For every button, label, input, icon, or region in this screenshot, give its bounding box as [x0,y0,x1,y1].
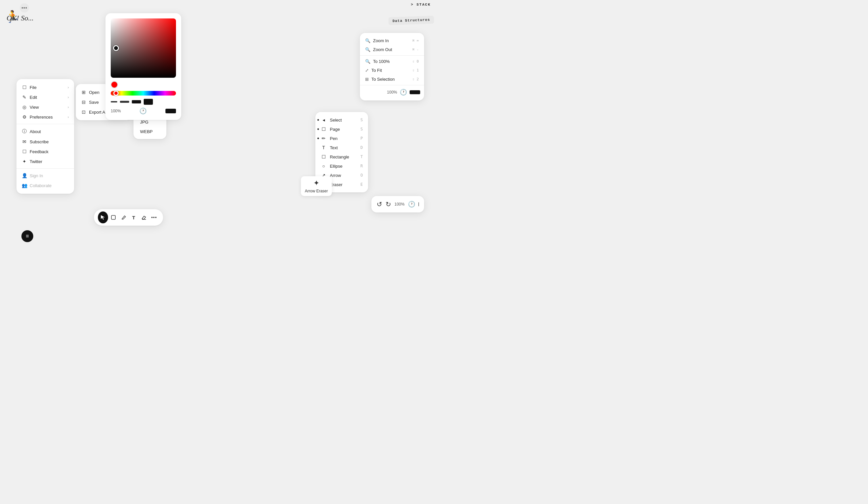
dots-button[interactable]: ••• [20,3,29,12]
menu-item-signin[interactable]: 👤 Sign In [17,171,74,180]
toolbar-page-btn[interactable] [108,211,118,223]
main-menu: ☐ File › ✎ Edit › ◎ View › ⚙ Preferences… [17,79,74,194]
color-zoom-label: 100% [111,109,121,113]
tool-text-label: Text [330,145,338,150]
tool-ellipse-shortcut: R [361,164,363,168]
zoom-black-rect [410,90,420,94]
zoom-item-out[interactable]: 🔍 Zoom Out ⌘ - [360,45,424,54]
swatch-thin[interactable] [111,101,117,103]
zoom-item-fit[interactable]: ⤢ To Fit ⇧ 1 [360,66,424,75]
zoom-100-shortcut: ⇧ 0 [412,59,419,64]
more-dots-icon: ••• [151,215,157,220]
preferences-icon: ⚙ [22,114,27,119]
open-icon: ⊞ [81,90,86,95]
zoom-100-label: To 100% [373,59,390,64]
color-gradient[interactable] [111,19,176,78]
menu-item-collaborate[interactable]: 👥 Collaborate [17,180,74,190]
swatch-med[interactable] [120,101,129,103]
zoom-item-selection[interactable]: ⊞ To Selection ⇧ 2 [360,75,424,84]
select-icon: ◂ [321,117,327,123]
submenu-label-export: Export As [89,110,107,115]
zoom-fit-shortcut: ⇧ 1 [412,68,419,73]
swatch-xl[interactable] [144,99,153,105]
tool-pen[interactable]: ✏ Pen P [316,134,368,143]
menu-item-edit[interactable]: ✎ Edit › [17,92,74,102]
about-icon: ⓘ [22,128,27,134]
menu-label-collaborate: Collaborate [30,183,52,188]
zoom-item-100[interactable]: 🔍 To 100% ⇧ 0 [360,57,424,66]
tool-page-shortcut: S [361,127,363,132]
menu-label-feedback: Feedback [30,149,49,154]
tool-page[interactable]: ☐ Page S [316,125,368,134]
chevron-icon: › [68,95,69,99]
tool-arrow-shortcut: O [361,173,363,178]
zoom-in-label: Zoom In [373,38,389,43]
zoom-fit-label: To Fit [371,68,382,73]
submenu-label-save: Save [89,100,99,105]
toolbar-pen-btn[interactable] [118,211,128,223]
color-history-btn[interactable]: 🕐 [140,107,147,115]
menu-label-about: About [30,129,41,134]
zoom-item-in[interactable]: 🔍 Zoom In ⌘ = [360,36,424,45]
menu-item-preferences[interactable]: ⚙ Preferences › [17,112,74,122]
tool-text-shortcut: D [361,145,363,150]
color-hue-cursor[interactable] [113,91,118,96]
tool-text[interactable]: T Text D [316,143,368,152]
menu-item-about[interactable]: ⓘ About [17,126,74,137]
zoom-bottom-bar: 100% 🕐 [360,87,424,97]
menu-item-subscribe[interactable]: ✉ Subscribe [17,137,74,147]
menu-label-signin: Sign In [30,173,43,178]
zoom-selection-icon: ⊞ [365,77,369,82]
view-icon: ◎ [22,104,27,110]
color-bottom-bar: 100% 🕐 [111,107,176,115]
zoom-divider [360,55,424,56]
tool-ellipse-label: Ellipse [330,164,342,169]
export-webp[interactable]: WEBP [133,127,166,136]
swatch-large[interactable] [132,100,141,103]
zoom-history-btn[interactable]: 🕐 [400,88,407,96]
toolbar-eraser-btn[interactable] [139,211,149,223]
color-cursor[interactable] [113,45,119,51]
toolbar-text-btn[interactable]: T [128,211,139,223]
menu-label-file: File [30,85,37,90]
redo-button[interactable]: ↻ [385,200,391,208]
undo-history-btn[interactable]: 🕐 [408,201,415,208]
export-webp-label: WEBP [140,129,153,134]
toolbar-select-btn[interactable] [98,211,108,223]
tool-dot [317,128,319,130]
menu-item-twitter[interactable]: ✦ Twitter [17,157,74,166]
menu-item-file[interactable]: ☐ File › [17,82,74,92]
tool-arrow-label: Arrow [330,173,341,178]
chevron-icon: › [68,85,69,89]
undo-zoom-label: 100% [394,202,405,207]
rectangle-icon: ☐ [321,154,327,159]
tool-rectangle-label: Rectangle [330,155,349,159]
zoom-out-icon: 🔍 [365,47,370,52]
data-structures-label: Data Structures [389,16,434,25]
tool-select[interactable]: ◂ Select S [316,115,368,125]
color-preview-dot [111,81,118,88]
tool-eraser-shortcut: E [361,182,363,187]
tool-dot [317,138,319,139]
menu-item-view[interactable]: ◎ View › [17,102,74,112]
toolbar-more-btn[interactable]: ••• [149,211,159,223]
text-toolbar-icon: T [132,215,135,220]
zoom-fit-icon: ⤢ [365,68,369,73]
save-icon: ⊟ [81,99,86,105]
ellipse-icon: ○ [321,164,327,169]
tool-ellipse[interactable]: ○ Ellipse R [316,161,368,171]
undo-button[interactable]: ↺ [377,200,382,208]
tool-rectangle-shortcut: T [361,155,363,159]
color-hue-bar[interactable] [111,91,176,95]
menu-label-subscribe: Subscribe [30,139,49,144]
hamburger-button[interactable]: ≡ [21,230,33,242]
color-black-rect [165,109,176,113]
tool-rectangle[interactable]: ☐ Rectangle T [316,152,368,161]
zoom-value-label: 100% [387,90,397,95]
tool-select-label: Select [330,118,342,123]
menu-item-feedback[interactable]: ☐ Feedback [17,147,74,157]
menu-label-view: View [30,105,39,110]
main-toolbar: T ••• [94,209,163,225]
collaborate-icon: 👥 [22,183,27,188]
file-icon: ☐ [22,85,27,90]
